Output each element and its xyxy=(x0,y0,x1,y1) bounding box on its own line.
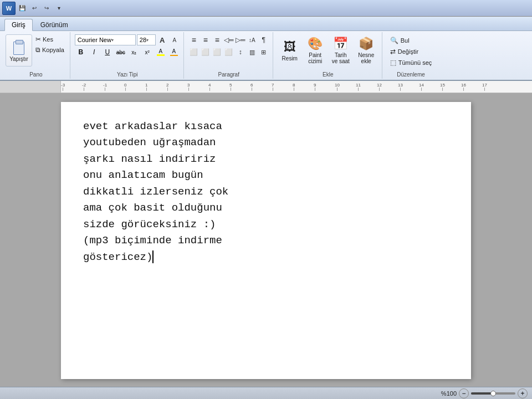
bul-label: Bul xyxy=(401,37,410,44)
ruler-content: -3-2-101234567891011121314151617 xyxy=(61,81,532,93)
resim-label: Resim xyxy=(282,55,298,62)
bold-button[interactable]: B xyxy=(75,47,87,58)
object-icon: 📦 xyxy=(359,37,374,51)
para-group-content: ≡ ≡ ≡ ◁═ ▷═ ↕A ¶ ⬜ ⬜ ⬜ ⬜ ↕ ▥ ⊞ xyxy=(188,34,269,58)
scissors-icon: ✂ xyxy=(35,35,41,43)
nesne-label: Nesneekle xyxy=(358,52,374,64)
main-area: evet arkadaslar kısaca youtubeden uğraşm… xyxy=(0,93,532,387)
paint-icon: 🎨 xyxy=(308,37,323,51)
ekle-content: 🖼 Resim 🎨 Paintcizimi 📅 Tarihve saat 📦 N… xyxy=(278,34,378,70)
superscript-button[interactable]: x² xyxy=(141,47,154,58)
highlight-button[interactable]: A xyxy=(155,47,167,58)
subscript-button[interactable]: x₂ xyxy=(128,47,140,58)
pano-content: Yapıştır ✂ Kes ⧉ Kopyala xyxy=(6,34,66,70)
font-name-dropdown-arrow: ▾ xyxy=(111,38,114,43)
sort-button[interactable]: ↕A xyxy=(247,34,258,45)
font-color-icon: A xyxy=(172,48,176,54)
tab-gorunum[interactable]: Görünüm xyxy=(33,19,75,30)
tumunu-sec-label: Tümünü seç xyxy=(398,59,432,66)
zoom-percent-label: %100 xyxy=(441,390,457,397)
resim-button[interactable]: 🖼 Resim xyxy=(278,34,302,66)
para-row2: ⬜ ⬜ ⬜ ⬜ ↕ ▥ ⊞ xyxy=(188,47,269,58)
multilevel-button[interactable]: ≡ xyxy=(212,34,223,45)
zoom-slider-thumb[interactable] xyxy=(490,391,496,396)
increase-indent-button[interactable]: ▷═ xyxy=(235,34,246,45)
align-right-button[interactable]: ⬜ xyxy=(212,47,223,58)
highlight-color-bar xyxy=(157,54,165,56)
tarih-ve-saat-button[interactable]: 📅 Tarihve saat xyxy=(329,34,353,66)
yazi-tipi-group-label: Yazı Tipi xyxy=(117,70,138,78)
font-size-value: 28 xyxy=(140,37,146,43)
text-cursor xyxy=(152,250,154,263)
highlight-icon: A xyxy=(158,48,162,54)
paint-label: Paintcizimi xyxy=(308,52,322,64)
select-all-icon: ⬚ xyxy=(390,59,396,66)
font-group-content: Courier New ▾ 28 ▾ A A B I U abc x₂ x² xyxy=(75,34,180,58)
calendar-icon: 📅 xyxy=(333,37,348,51)
kopyala-button[interactable]: ⧉ Kopyala xyxy=(33,45,66,55)
document-text[interactable]: evet arkadaslar kısaca youtubeden uğraşm… xyxy=(83,119,449,265)
kes-button[interactable]: ✂ Kes xyxy=(33,34,66,44)
font-grow-button[interactable]: A xyxy=(157,34,168,45)
align-center-button[interactable]: ⬜ xyxy=(200,47,211,58)
font-size-input[interactable]: 28 ▾ xyxy=(137,34,156,45)
paragraf-group-label: Paragraf xyxy=(218,70,239,78)
font-row1: Courier New ▾ 28 ▾ A A xyxy=(75,34,180,45)
italic-button[interactable]: I xyxy=(88,47,100,58)
font-row2: B I U abc x₂ x² A A xyxy=(75,47,180,58)
document-page[interactable]: evet arkadaslar kısaca youtubeden uğraşm… xyxy=(61,102,471,379)
nesne-ekle-button[interactable]: 📦 Nesneekle xyxy=(354,34,378,66)
qat-save-button[interactable]: 💾 xyxy=(17,3,28,13)
status-bar: %100 − + xyxy=(0,387,532,399)
underline-icon: U xyxy=(105,48,110,56)
title-bar-left: W 💾 ↩ ↪ ▾ xyxy=(2,2,64,15)
ribbon-group-yazi-tipi: Courier New ▾ 28 ▾ A A B I U abc x₂ x² xyxy=(71,32,184,79)
justify-button[interactable]: ⬜ xyxy=(223,47,234,58)
show-formatting-button[interactable]: ¶ xyxy=(258,34,269,45)
ekle-group-label: Ekle xyxy=(323,70,333,78)
title-bar: W 💾 ↩ ↪ ▾ xyxy=(0,0,532,17)
borders-button[interactable]: ⊞ xyxy=(258,47,269,58)
tarih-label: Tarihve saat xyxy=(332,52,350,64)
yapistir-button[interactable]: Yapıştır xyxy=(6,34,32,66)
zoom-controls: %100 − + xyxy=(441,388,528,398)
qat-dropdown-button[interactable]: ▾ xyxy=(53,3,64,13)
zoom-plus-button[interactable]: + xyxy=(518,388,528,398)
shading-button[interactable]: ▥ xyxy=(247,47,258,58)
qat-undo-button[interactable]: ↩ xyxy=(29,3,40,13)
tab-giris[interactable]: Giriş xyxy=(4,19,33,31)
paste-icon xyxy=(11,39,27,55)
decrease-indent-button[interactable]: ◁═ xyxy=(223,34,234,45)
pano-group-label: Pano xyxy=(29,70,42,78)
underline-button[interactable]: U xyxy=(101,47,114,58)
tumunu-sec-button[interactable]: ⬚ Tümünü seç xyxy=(387,58,436,68)
ruler-left-gray xyxy=(0,81,61,93)
zoom-slider[interactable] xyxy=(471,392,515,395)
ribbon-group-pano: Yapıştır ✂ Kes ⧉ Kopyala Pano xyxy=(2,32,70,79)
font-size-dropdown-arrow: ▾ xyxy=(146,38,149,43)
font-color-bar xyxy=(170,55,178,56)
strikethrough-button[interactable]: abc xyxy=(115,47,127,58)
degistir-button[interactable]: ⇄ Değiştir xyxy=(387,47,436,57)
align-left-button[interactable]: ⬜ xyxy=(188,47,200,58)
qat-redo-button[interactable]: ↪ xyxy=(41,3,52,13)
line-spacing-button[interactable]: ↕ xyxy=(235,47,246,58)
duzenleme-group-label: Düzenleme xyxy=(397,70,425,78)
ribbon-group-duzenleme: 🔍 Bul ⇄ Değiştir ⬚ Tümünü seç Düzenleme xyxy=(383,32,439,79)
copy-icon: ⧉ xyxy=(35,46,40,54)
font-shrink-button[interactable]: A xyxy=(169,34,180,45)
bul-button[interactable]: 🔍 Bul xyxy=(387,35,436,45)
font-name-input[interactable]: Courier New ▾ xyxy=(75,34,136,45)
numbering-button[interactable]: ≡ xyxy=(200,34,211,45)
bullets-button[interactable]: ≡ xyxy=(188,34,200,45)
para-row1: ≡ ≡ ≡ ◁═ ▷═ ↕A ¶ xyxy=(188,34,269,45)
office-button[interactable]: W xyxy=(2,2,16,15)
kopyala-label: Kopyala xyxy=(42,47,64,53)
pano-small-buttons: ✂ Kes ⧉ Kopyala xyxy=(33,34,66,55)
replace-icon: ⇄ xyxy=(390,48,396,55)
zoom-slider-fill xyxy=(471,392,493,395)
font-color-button[interactable]: A xyxy=(168,47,180,58)
paint-cizimi-button[interactable]: 🎨 Paintcizimi xyxy=(303,34,328,66)
ribbon-group-paragraf: ≡ ≡ ≡ ◁═ ▷═ ↕A ¶ ⬜ ⬜ ⬜ ⬜ ↕ ▥ ⊞ Paragraf xyxy=(185,32,273,79)
zoom-minus-button[interactable]: − xyxy=(459,388,469,398)
